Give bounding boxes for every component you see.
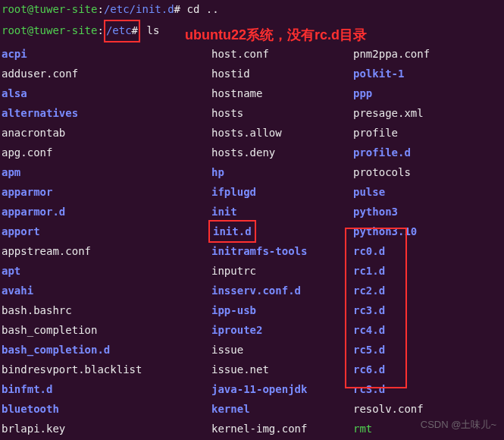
ls-entry: adduser.conf [2,64,211,83]
highlighted-entry: init.d [208,220,256,243]
ls-entry: apm [2,162,211,182]
ls-entry: protocols [353,162,502,182]
host: tuwer-site [33,3,97,15]
ls-entry: apport [2,222,211,241]
ls-entry: appstream.conf [2,241,211,261]
ls-entry: hostname [211,83,353,103]
ls-entry: inputrc [211,261,353,281]
ls-entry: pnm2ppa.conf [353,44,502,64]
ls-entry: iproute2 [211,320,353,340]
ls-entry: avahi [2,281,211,300]
ls-entry: bindresvport.blacklist [2,360,211,379]
ls-entry: alsa [2,83,211,103]
host: tuwer-site [33,24,97,36]
ls-entry: apg.conf [2,143,211,162]
ls-entry: hp [211,162,353,182]
ls-entry: acpi [2,44,211,64]
prompt-line-1: root@tuwer-site:/etc/init.d# cd .. [2,0,502,20]
ls-entry: profile.d [353,143,502,162]
ls-entry: bash_completion.d [2,340,211,360]
annotation-text: ubuntu22系统，没有rc.d目录 [185,23,367,48]
ls-entry: hostid [211,64,353,83]
ls-entry: init.d [211,222,353,241]
user: root [2,3,27,15]
path: /etc/init.d [104,3,174,15]
user: root [2,24,27,36]
command: cd .. [186,3,218,15]
command: ls [146,24,159,36]
ls-entry: insserv.conf.d [211,281,353,300]
ls-entry: initramfs-tools [211,241,353,261]
ls-entry: hosts.allow [211,123,353,143]
ls-entry: issue.net [211,360,353,379]
ls-entry: bash_completion [2,320,211,340]
ls-entry: issue [211,340,353,360]
ls-entry: binfmt.d [2,379,211,399]
ls-entry: polkit-1 [353,64,502,83]
ls-entry: apt [2,261,211,281]
ls-entry: hosts [211,103,353,123]
rc-dirs-highlight-box [345,228,407,388]
ls-column-1: acpiadduser.confalsaalternativesanacront… [2,44,211,440]
ls-entry: ifplugd [211,182,353,202]
highlighted-path: /etc# [104,20,140,42]
ls-entry: pulse [353,182,502,202]
ls-entry: hosts.deny [211,143,353,162]
ls-column-2: host.confhostidhostnamehostshosts.allowh… [211,44,353,440]
ls-entry: kernel [211,399,353,419]
watermark: CSDN @土味儿~ [421,416,496,434]
ls-entry: ppp [353,83,502,103]
ls-entry: apparmor [2,182,211,202]
ls-entry: ipp-usb [211,300,353,320]
ls-entry: anacrontab [2,123,211,143]
ls-entry: java-11-openjdk [211,379,353,399]
ls-output: acpiadduser.confalsaalternativesanacront… [2,44,502,440]
ls-entry: bash.bashrc [2,300,211,320]
ls-entry: presage.xml [353,103,502,123]
ls-entry: apparmor.d [2,202,211,222]
ls-entry: profile [353,123,502,143]
ls-entry: init [211,202,353,222]
ls-entry: python3 [353,202,502,222]
ls-entry: kernel-img.conf [211,419,353,438]
ls-entry: alternatives [2,103,211,123]
ls-entry: bluetooth [2,399,211,419]
ls-entry: brlapi.key [2,419,211,438]
